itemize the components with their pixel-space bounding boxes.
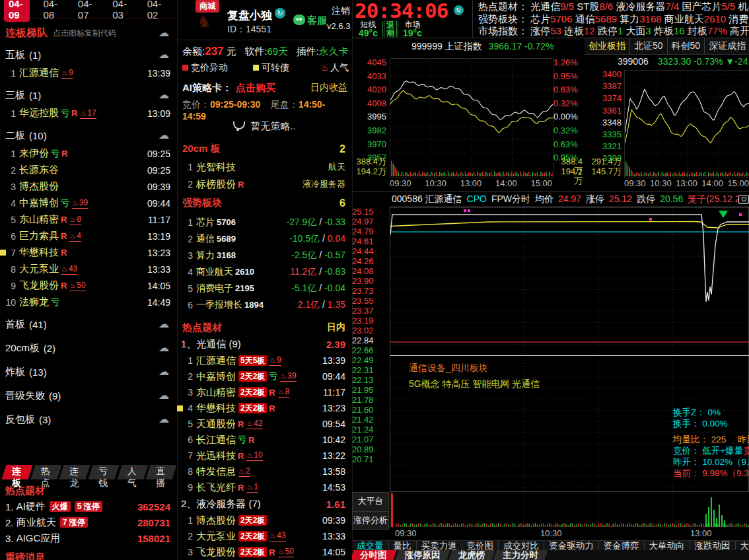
- mode-tab-分时图[interactable]: 分时图: [352, 550, 395, 560]
- left-tab-人气[interactable]: 人气: [120, 465, 146, 479]
- stock-row[interactable]: 10法狮龙亏14:49: [0, 294, 177, 310]
- left-tab-直播[interactable]: 直播: [148, 465, 174, 479]
- topic-header[interactable]: 1、光通信 (9)2.39: [177, 335, 352, 353]
- index-tab-科创50[interactable]: 科创50: [668, 38, 705, 54]
- auction-alert-item[interactable]: 竞价异动: [182, 62, 228, 74]
- stock-row[interactable]: 8大元泵业♨4313:33: [0, 261, 177, 277]
- index-tab-创业板指[interactable]: 创业板指: [585, 38, 630, 54]
- big-platform-button[interactable]: 大平台: [352, 492, 389, 510]
- logout-link[interactable]: 注销: [332, 5, 350, 17]
- hot-topic-row[interactable]: 3. AIGC应用158021: [0, 530, 177, 546]
- sector-row[interactable]: 1芯片5706-27.9亿 / -0.33: [177, 214, 352, 230]
- shop-badge[interactable]: 商城: [196, 0, 219, 13]
- toolbar-item-大单差分[interactable]: 大单差分: [736, 541, 749, 551]
- stock-row[interactable]: 4中嘉博创亏♨3909:44: [0, 195, 177, 211]
- toolbar-item-竞价图[interactable]: 竞价图: [462, 541, 499, 551]
- stock-row[interactable]: 9飞龙股份R♨5014:05: [0, 277, 177, 294]
- ladder-group-header[interactable]: 炸板(13)☁: [0, 362, 177, 382]
- toolbar-item-资金博弈[interactable]: 资金博弈: [599, 541, 645, 551]
- stock-row[interactable]: 7光迅科技R♨1013:22: [177, 448, 352, 464]
- stock-row[interactable]: 5天通股份R♨4209:54: [177, 416, 352, 432]
- download-cloud-icon[interactable]: ☁: [159, 50, 169, 60]
- download-cloud-icon[interactable]: ☁: [159, 414, 169, 425]
- ladder-group-header[interactable]: 三板(1)☁: [0, 85, 177, 105]
- stock-row[interactable]: 6长江通信亏R10:42: [177, 432, 352, 448]
- sector-row[interactable]: 2通信5689-10.5亿 / 0.04: [177, 230, 352, 247]
- text-segment: 消费电子: [726, 13, 749, 24]
- stock-row[interactable]: 4华懋科技2天2板R13:23: [177, 400, 352, 416]
- wechat-icon[interactable]: [293, 15, 305, 25]
- buy-link[interactable]: 点击购买: [236, 82, 275, 93]
- stock-row[interactable]: 2标榜股份R液冷服务器: [177, 176, 352, 193]
- ladder-group-header[interactable]: 首板(41)☁: [0, 314, 177, 334]
- index-tab-北证50[interactable]: 北证50: [630, 38, 668, 54]
- clock-refresh-icon[interactable]: ↻: [454, 5, 464, 15]
- toolbar-item-买卖力道[interactable]: 买卖力道: [417, 541, 462, 551]
- date-tab[interactable]: 04-02: [143, 0, 168, 22]
- date-tab[interactable]: 04-03: [108, 0, 133, 22]
- left-tab-热点[interactable]: 热点: [33, 465, 59, 479]
- customer-service-link[interactable]: 客服: [307, 15, 327, 27]
- stock-row[interactable]: 1博杰股份2天2板09:39: [177, 512, 352, 528]
- toolbar-item-成交对比[interactable]: 成交对比: [499, 541, 544, 551]
- sector-row[interactable]: 4商业航天261011.2亿 / -0.83: [177, 263, 352, 280]
- download-cloud-icon[interactable]: ☁: [159, 90, 169, 100]
- camera-icon[interactable]: [738, 195, 749, 204]
- download-cloud-icon[interactable]: ☁: [159, 130, 169, 141]
- sector-row[interactable]: 5消费电子2195-5.1亿 / -0.04: [177, 280, 352, 297]
- sector-row[interactable]: 6一季报增长18942.1亿 / 1.35: [177, 297, 352, 313]
- index-tab-深证成指[interactable]: 深证成指: [705, 38, 749, 54]
- stock-row[interactable]: 1汇源通信5天5板♨913:39: [177, 353, 352, 368]
- convertible-bond-item[interactable]: 可转债: [253, 62, 289, 74]
- stock-row[interactable]: 1华远控股亏R♨1713:09: [0, 105, 177, 122]
- stock-row[interactable]: 1汇源通信♨913:39: [0, 65, 177, 81]
- ladder-group-header[interactable]: 反包板(3)☁: [0, 409, 177, 429]
- ladder-group-header[interactable]: 二板(10)☁: [0, 125, 177, 145]
- download-cloud-icon[interactable]: ☁: [159, 390, 169, 401]
- ladder-group-header[interactable]: 晋级失败(9)☁: [0, 386, 177, 405]
- stock-row[interactable]: 2大元泵业2天2板♨4313:33: [177, 528, 352, 544]
- topic-header[interactable]: 2、液冷服务器 (7)1.61: [177, 495, 352, 512]
- mode-tab-龙虎榜[interactable]: 龙虎榜: [450, 550, 493, 560]
- toolbar-item-成交量[interactable]: 成交量: [352, 541, 389, 551]
- hot-topic-row[interactable]: 1. AI硬件火爆5 涨停362524: [0, 499, 177, 514]
- stock-row[interactable]: 2长源东谷09:25: [0, 162, 177, 178]
- stock-row[interactable]: 1光智科技航天: [177, 158, 352, 176]
- left-tab-连板[interactable]: 连板: [4, 465, 30, 479]
- date-tab[interactable]: 04-08: [38, 0, 64, 22]
- stock-row[interactable]: 8特发信息♨213:58: [177, 464, 352, 479]
- stock-row[interactable]: 5东山精密R♨811:17: [0, 211, 177, 228]
- stock-row[interactable]: 7华懋科技R13:23: [0, 244, 177, 261]
- refresh-icon[interactable]: ↻: [275, 8, 285, 18]
- toolbar-item-量比[interactable]: 量比: [389, 541, 417, 551]
- stock-header-item: FPW分时: [491, 193, 530, 204]
- mode-tab-涨停原因[interactable]: 涨停原因: [397, 550, 448, 560]
- toolbar-item-涨跌动因[interactable]: 涨跌动因: [690, 541, 736, 551]
- download-cloud-icon[interactable]: ☁: [159, 343, 169, 353]
- ladder-group-header[interactable]: 20cm板(2)☁: [0, 338, 177, 358]
- date-tab[interactable]: 04-07: [73, 0, 99, 22]
- toolbar-item-大单动向[interactable]: 大单动向: [645, 541, 690, 551]
- stock-row[interactable]: 3东山精密2天2板R♨811:17: [177, 384, 352, 400]
- download-cloud-icon[interactable]: ☁: [159, 367, 169, 377]
- stock-row[interactable]: 3飞龙股份2天2板R♨5014:05: [177, 544, 352, 560]
- left-tab-亏钱[interactable]: 亏钱: [90, 465, 117, 479]
- hot-topic-row[interactable]: 2. 商业航天7 涨停280731: [0, 514, 177, 530]
- download-cloud-icon[interactable]: ☁: [159, 319, 169, 330]
- stock-row[interactable]: 3博杰股份09:39: [0, 178, 177, 195]
- sector-row[interactable]: 3算力3168-2.5亿 / -0.57: [177, 247, 352, 263]
- stock-row[interactable]: 9长飞光纤R♨114:53: [177, 479, 352, 495]
- stock-row[interactable]: 6巨力索具R♨413:19: [0, 228, 177, 244]
- date-tab[interactable]: 04-09: [4, 0, 30, 22]
- flame-icon: ♨: [269, 532, 276, 540]
- download-cloud-icon[interactable]: ☁: [159, 28, 169, 38]
- mode-tab-主力分时[interactable]: 主力分时: [495, 550, 546, 560]
- intraday-income-link[interactable]: 日内收益: [310, 82, 347, 94]
- toolbar-item-资金驱动力[interactable]: 资金驱动力: [544, 541, 599, 551]
- left-tab-连龙[interactable]: 连龙: [61, 465, 88, 479]
- ladder-group-header[interactable]: 五板(1)☁: [0, 45, 177, 65]
- popularity-item[interactable]: ♨人气: [320, 62, 349, 74]
- stock-row[interactable]: 1来伊份亏R09:25: [0, 145, 177, 162]
- limit-analysis-button[interactable]: 涨停分析: [352, 511, 389, 530]
- stock-row[interactable]: 2中嘉博创2天2板亏♨3909:44: [177, 368, 352, 384]
